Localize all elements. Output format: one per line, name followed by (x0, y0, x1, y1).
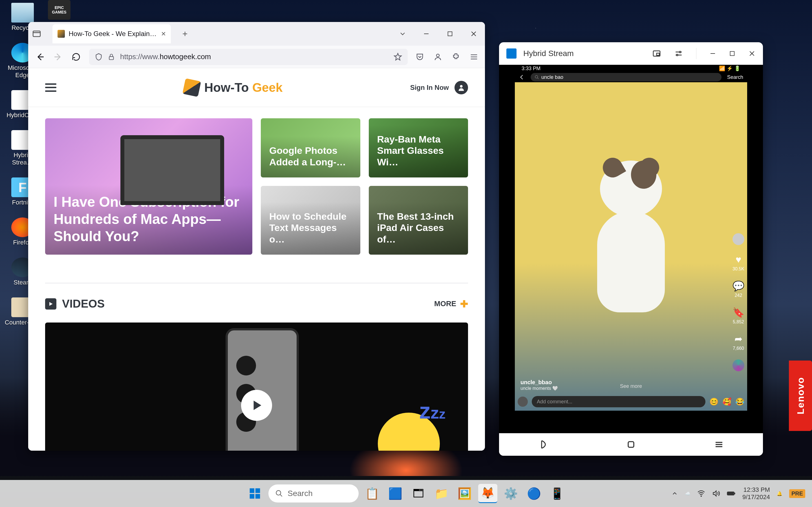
tiktok-video[interactable]: ♥ 30.5K 💬 242 🔖 5,852 ➦ 7,660 (515, 82, 747, 411)
extensions-icon[interactable] (452, 53, 460, 61)
video-info: uncle_bbao uncle moments 🤍 (520, 379, 558, 391)
battery-icon[interactable] (726, 489, 735, 498)
firefox-taskbar-button[interactable]: 🦊 (478, 484, 497, 503)
tabs-dropdown-button[interactable] (398, 29, 408, 39)
epic-games-icon[interactable]: EPIC GAMES (48, 0, 70, 20)
tray-chevron-icon[interactable] (671, 490, 678, 497)
hero-card[interactable]: I Have One Subscription for Hundreds of … (45, 118, 252, 255)
volume-icon[interactable] (712, 490, 720, 497)
video-username[interactable]: uncle_bbao (520, 379, 558, 386)
url-input[interactable]: https://www.howtogeek.com (89, 49, 408, 65)
story-card-3[interactable]: How to Schedule Text Messages o… (261, 186, 360, 255)
taskbar-search[interactable]: Search (268, 485, 359, 503)
play-button-icon[interactable] (241, 390, 272, 421)
task-view-button[interactable]: 📋 (363, 484, 382, 503)
comment-input[interactable]: Add comment... (532, 396, 705, 407)
bookmark-star-icon[interactable] (394, 53, 402, 61)
1password-button[interactable]: 🔵 (524, 484, 544, 503)
android-back-button[interactable] (536, 438, 550, 452)
hybrid-close-button[interactable] (748, 50, 756, 57)
hybrid-settings-button[interactable] (674, 49, 683, 58)
story-card-2[interactable]: Ray-Ban Meta Smart Glasses Wi… (369, 118, 468, 177)
tab-bar: How-To Geek - We Explain Tech × + (28, 22, 485, 46)
signin-button[interactable]: Sign In Now (410, 81, 468, 94)
explorer-button[interactable]: 🗔 (409, 484, 428, 503)
comment-button[interactable]: 💬 242 (732, 280, 744, 298)
videos-heading: VIDEOS (62, 297, 105, 310)
emoji-button-1[interactable]: 😊 (709, 397, 718, 406)
new-tab-button[interactable]: + (179, 28, 191, 40)
emoji-button-3[interactable]: 😂 (735, 397, 744, 406)
hybrid-app-icon (506, 48, 516, 59)
comment-avatar-icon (518, 397, 528, 407)
tab-close-button[interactable]: × (161, 29, 166, 38)
account-icon[interactable] (434, 53, 442, 61)
onedrive-icon[interactable]: ☁️ (685, 491, 691, 496)
phone-search-input[interactable]: uncle bao (530, 73, 721, 81)
url-text: https://www.howtogeek.com (120, 52, 389, 61)
photos-button[interactable]: 🖼️ (455, 484, 474, 503)
svg-rect-1 (448, 32, 452, 36)
windows-taskbar: Search 📋 🟦 🗔 📁 🖼️ 🦊 ⚙️ 🔵 📱 ☁️ 12:33 PM 9… (0, 480, 812, 507)
sound-disc-button[interactable] (732, 359, 744, 371)
android-recents-button[interactable] (712, 438, 726, 452)
svg-rect-12 (250, 489, 255, 493)
site-header: How-To Geek Sign In Now (28, 68, 485, 107)
phone-search-button[interactable]: Search (727, 74, 743, 80)
svg-rect-19 (728, 493, 733, 494)
pocket-icon[interactable] (416, 53, 424, 61)
file-explorer-button[interactable]: 📁 (432, 484, 451, 503)
clock[interactable]: 12:33 PM 9/17/2024 (742, 486, 770, 501)
reload-button[interactable] (71, 52, 81, 62)
android-nav-bar (499, 433, 763, 456)
hamburger-menu-button[interactable] (45, 83, 56, 92)
video-player[interactable]: zzz (45, 323, 468, 451)
hybrid-titlebar: Hybrid Stream (499, 42, 763, 65)
see-more-button[interactable]: See more (620, 383, 642, 389)
close-button[interactable] (469, 29, 479, 39)
story-card-1[interactable]: Google Photos Added a Long-… (261, 118, 360, 177)
copilot-button[interactable]: 🟦 (386, 484, 405, 503)
logo-icon (183, 78, 201, 97)
start-button[interactable] (245, 484, 264, 503)
hybrid-maximize-button[interactable] (729, 50, 735, 57)
forward-button[interactable] (53, 52, 63, 62)
menu-icon[interactable] (470, 53, 478, 61)
maximize-button[interactable] (445, 29, 455, 39)
story-card-4[interactable]: The Best 13-inch iPad Air Cases of… (369, 186, 468, 255)
emoji-button-2[interactable]: 🥰 (722, 397, 731, 406)
lenovo-badge[interactable]: Lenovo (789, 360, 812, 431)
video-profile-button[interactable] (732, 233, 744, 245)
back-button[interactable] (35, 52, 45, 62)
settings-taskbar-button[interactable]: ⚙️ (501, 484, 520, 503)
save-button[interactable]: 🔖 5,852 (732, 306, 744, 325)
address-bar: https://www.howtogeek.com (28, 46, 485, 68)
notification-icon[interactable]: 🔔 (777, 491, 782, 496)
svg-point-3 (437, 54, 439, 57)
svg-point-17 (701, 496, 702, 496)
minimize-button[interactable] (421, 29, 432, 39)
hybrid-stream-taskbar-button[interactable]: 📱 (548, 484, 567, 503)
svg-rect-13 (255, 489, 260, 493)
svg-point-10 (535, 75, 538, 78)
wifi-icon[interactable] (697, 490, 705, 497)
svg-rect-15 (255, 494, 260, 499)
browser-tab[interactable]: How-To Geek - We Explain Tech × (52, 24, 171, 43)
videos-play-icon (45, 298, 56, 309)
ime-indicator[interactable]: PRE (789, 489, 805, 498)
share-button[interactable]: ➦ 7,660 (732, 333, 744, 351)
svg-rect-0 (33, 31, 40, 37)
recent-browsing-button[interactable] (32, 29, 42, 39)
android-home-button[interactable] (624, 438, 638, 452)
svg-point-7 (679, 51, 681, 53)
like-button[interactable]: ♥ 30.5K (732, 253, 744, 272)
site-logo[interactable]: How-To Geek (184, 80, 283, 96)
videos-more-link[interactable]: MORE✚ (434, 298, 468, 309)
phone-back-button[interactable] (519, 74, 525, 80)
hybrid-stream-window: Hybrid Stream 3:33 PM 📶 ⚡ 🔋 (499, 42, 763, 456)
hybrid-minimize-button[interactable] (709, 50, 716, 57)
svg-point-16 (276, 491, 281, 495)
system-tray: ☁️ 12:33 PM 9/17/2024 🔔 PRE (671, 486, 812, 501)
svg-point-4 (460, 85, 462, 87)
hybrid-pip-button[interactable] (652, 49, 661, 58)
